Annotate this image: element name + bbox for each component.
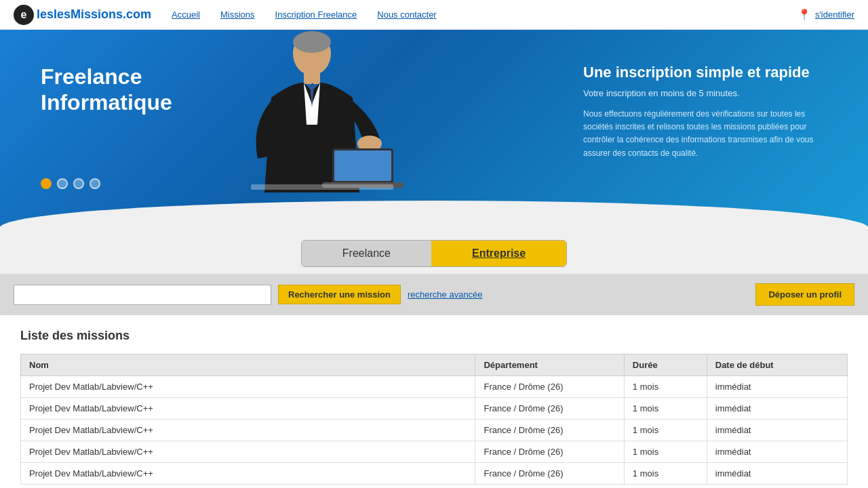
deposit-profile-button[interactable]: Déposer un profil	[755, 283, 854, 306]
table-row[interactable]: Projet Dev Matlab/Labview/C++ France / D…	[21, 376, 848, 398]
cell-date: immédiat	[707, 420, 847, 441]
nav-accueil[interactable]: Accueil	[172, 9, 200, 20]
cell-nom: Projet Dev Matlab/Labview/C++	[21, 441, 475, 463]
hero-right-subtitle: Votre inscription en moins de 5 minutes.	[583, 88, 814, 98]
col-header-nom: Nom	[21, 354, 475, 376]
hero-dots	[41, 178, 100, 189]
cell-duree: 1 mois	[624, 420, 707, 441]
signin-link[interactable]: s'identifier	[815, 9, 854, 20]
cell-dept: France / Drôme (26)	[475, 420, 624, 441]
cell-date: immédiat	[707, 463, 847, 485]
header-right: 📍 s'identifier	[797, 8, 854, 21]
dot-4[interactable]	[90, 178, 100, 189]
missions-title: Liste des missions	[20, 329, 848, 343]
svg-rect-5	[334, 150, 391, 181]
table-row[interactable]: Projet Dev Matlab/Labview/C++ France / D…	[21, 398, 848, 420]
cell-dept: France / Drôme (26)	[475, 441, 624, 463]
col-header-duree: Durée	[624, 354, 707, 376]
hero-title: Freelance Informatique	[41, 64, 172, 116]
tab-freelance[interactable]: Freelance	[302, 241, 431, 266]
cell-dept: France / Drôme (26)	[475, 463, 624, 485]
hero-right-content: Une inscription simple et rapide Votre i…	[583, 64, 814, 160]
cell-date: immédiat	[707, 398, 847, 420]
cell-duree: 1 mois	[624, 376, 707, 398]
svg-rect-7	[251, 184, 393, 190]
missions-section: Liste des missions Nom Département Durée…	[0, 315, 868, 488]
cell-nom: Projet Dev Matlab/Labview/C++	[21, 398, 475, 420]
hero-right-body: Nous effectuons régulièrement des vérifi…	[583, 108, 814, 160]
pin-icon: 📍	[797, 8, 811, 21]
cell-duree: 1 mois	[624, 398, 707, 420]
cell-dept: France / Drôme (26)	[475, 398, 624, 420]
nav-inscription[interactable]: Inscription Freelance	[275, 9, 357, 20]
advanced-search-link[interactable]: recherche avancée	[408, 289, 483, 300]
hero-right-title: Une inscription simple et rapide	[583, 64, 814, 81]
cell-nom: Projet Dev Matlab/Labview/C++	[21, 463, 475, 485]
nav-missions[interactable]: Missions	[220, 9, 255, 20]
hero-section: Freelance Informatique	[0, 30, 868, 226]
main-nav: Accueil Missions Inscription Freelance N…	[172, 9, 797, 20]
cell-date: immédiat	[707, 376, 847, 398]
cell-duree: 1 mois	[624, 463, 707, 485]
search-input[interactable]	[14, 285, 271, 305]
cell-dept: France / Drôme (26)	[475, 376, 624, 398]
dot-3[interactable]	[73, 178, 84, 189]
hero-title-line1: Freelance	[41, 64, 172, 89]
table-row[interactable]: Projet Dev Matlab/Labview/C++ France / D…	[21, 420, 848, 441]
dot-2[interactable]	[57, 178, 68, 189]
col-header-date: Date de début	[707, 354, 847, 376]
table-header-row: Nom Département Durée Date de début	[21, 354, 848, 376]
logo-text: leslesMissions.com	[37, 7, 151, 22]
cell-nom: Projet Dev Matlab/Labview/C++	[21, 376, 475, 398]
svg-point-1	[293, 31, 331, 53]
cell-nom: Projet Dev Matlab/Labview/C++	[21, 420, 475, 441]
nav-contact[interactable]: Nous contacter	[377, 9, 436, 20]
cell-duree: 1 mois	[624, 441, 707, 463]
table-row[interactable]: Projet Dev Matlab/Labview/C++ France / D…	[21, 441, 848, 463]
dot-1[interactable]	[41, 178, 52, 189]
hero-title-line2: Informatique	[41, 89, 172, 115]
tab-entreprise[interactable]: Entreprise	[431, 241, 566, 266]
hero-wave	[0, 201, 868, 226]
table-row[interactable]: Projet Dev Matlab/Labview/C++ France / D…	[21, 463, 848, 485]
logo-icon: e	[14, 5, 34, 25]
search-section: Rechercher une mission recherche avancée…	[0, 274, 868, 315]
cell-date: immédiat	[707, 441, 847, 463]
missions-table: Nom Département Durée Date de début Proj…	[20, 354, 848, 485]
hero-person-image	[203, 30, 420, 199]
search-button[interactable]: Rechercher une mission	[278, 285, 401, 304]
logo-name: lesMissions.com	[54, 7, 151, 21]
header: e leslesMissions.com Accueil Missions In…	[0, 0, 868, 30]
logo[interactable]: e leslesMissions.com	[14, 5, 151, 25]
svg-rect-2	[304, 72, 320, 84]
hero-text-left: Freelance Informatique	[41, 64, 172, 116]
tabs-container: Freelance Entreprise	[301, 240, 567, 267]
tabs-section: Freelance Entreprise	[0, 226, 868, 274]
col-header-dept: Département	[475, 354, 624, 376]
